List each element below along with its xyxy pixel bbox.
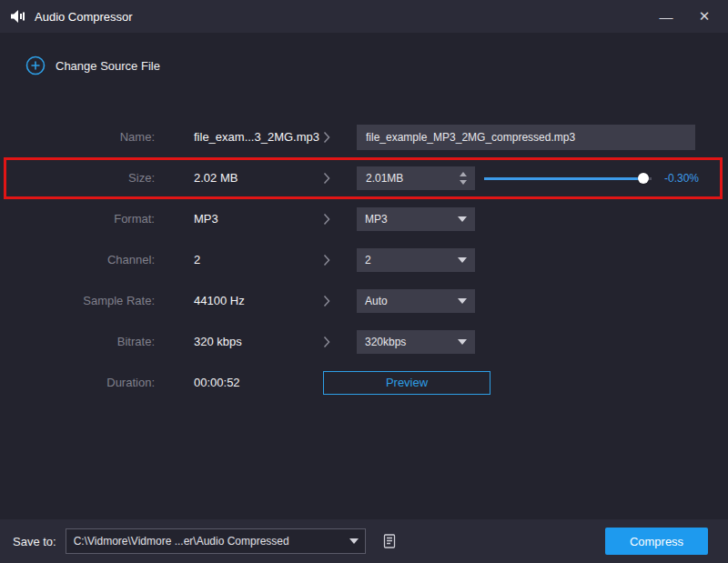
dropdown-arrow-icon [349, 538, 359, 544]
duration-row: Duration: 00:00:52 Preview [0, 362, 728, 403]
dropdown-arrow-icon [458, 339, 467, 345]
bitrate-value: 320 kbps [194, 335, 323, 348]
save-to-label: Save to: [13, 535, 56, 548]
format-row: Format: MP3 MP3 [0, 198, 728, 239]
dropdown-arrow-icon [458, 257, 467, 263]
bitrate-dropdown[interactable]: 320kbps [357, 330, 475, 354]
slider-knob[interactable] [638, 173, 649, 184]
sample-rate-value: 44100 Hz [194, 294, 323, 307]
duration-label: Duration: [0, 376, 155, 389]
compress-button[interactable]: Compress [605, 528, 708, 555]
speaker-icon [11, 10, 26, 23]
browse-folder-button[interactable] [377, 528, 402, 554]
format-dropdown[interactable]: MP3 [357, 207, 475, 231]
change-source-file-button[interactable]: Change Source File [25, 51, 728, 80]
save-path-input[interactable] [66, 535, 343, 548]
path-dropdown-button[interactable] [343, 538, 365, 544]
title-bar: Audio Compressor — ✕ [0, 0, 728, 33]
spinner-up-icon[interactable] [460, 172, 467, 176]
sample-rate-row: Sample Rate: 44100 Hz Auto [0, 280, 728, 321]
size-reduction-percent: -0.30% [664, 172, 699, 185]
chevron-right-icon [323, 295, 336, 307]
sample-rate-dropdown-value: Auto [365, 295, 388, 307]
channel-dropdown[interactable]: 2 [357, 248, 475, 272]
format-dropdown-value: MP3 [365, 213, 388, 226]
channel-row: Channel: 2 2 [0, 239, 728, 280]
name-value: file_exam...3_2MG.mp3 [194, 130, 323, 144]
save-path-box[interactable] [66, 528, 366, 554]
size-slider[interactable] [484, 173, 652, 184]
minimize-button[interactable]: — [653, 4, 679, 29]
size-row: Size: 2.02 MB -0.30% [0, 157, 728, 198]
size-input[interactable] [357, 172, 455, 185]
duration-value: 00:00:52 [194, 376, 323, 389]
preview-button[interactable]: Preview [323, 371, 490, 395]
size-label: Size: [0, 171, 155, 185]
sample-rate-dropdown[interactable]: Auto [357, 289, 475, 313]
bitrate-row: Bitrate: 320 kbps 320kbps [0, 321, 728, 362]
chevron-right-icon [323, 172, 336, 185]
close-button[interactable]: ✕ [692, 4, 717, 29]
browse-folder-icon [380, 532, 399, 550]
chevron-right-icon [323, 336, 336, 348]
dropdown-arrow-icon [458, 298, 467, 304]
add-circle-icon [25, 55, 46, 75]
bitrate-dropdown-value: 320kbps [365, 336, 406, 348]
chevron-right-icon [323, 213, 336, 226]
name-label: Name: [0, 130, 155, 144]
size-spinner[interactable] [357, 166, 475, 190]
channel-dropdown-value: 2 [365, 254, 371, 266]
output-name-input[interactable] [357, 125, 695, 150]
chevron-right-icon [323, 131, 336, 144]
chevron-right-icon [323, 254, 336, 266]
bitrate-label: Bitrate: [0, 335, 155, 348]
dropdown-arrow-icon [458, 216, 467, 222]
name-row: Name: file_exam...3_2MG.mp3 [0, 116, 728, 157]
slider-fill [484, 177, 643, 180]
format-value: MP3 [194, 212, 323, 226]
change-source-file-label: Change Source File [56, 59, 160, 73]
bottom-bar: Save to: Compress [0, 519, 728, 563]
spinner-down-icon[interactable] [460, 180, 467, 185]
format-label: Format: [0, 212, 155, 226]
window-title: Audio Compressor [35, 10, 133, 24]
sample-rate-label: Sample Rate: [0, 294, 155, 307]
settings-panel: Name: file_exam...3_2MG.mp3 Size: 2.02 M… [0, 116, 728, 403]
channel-label: Channel: [0, 253, 155, 266]
size-value: 2.02 MB [194, 171, 323, 185]
channel-value: 2 [194, 253, 323, 266]
